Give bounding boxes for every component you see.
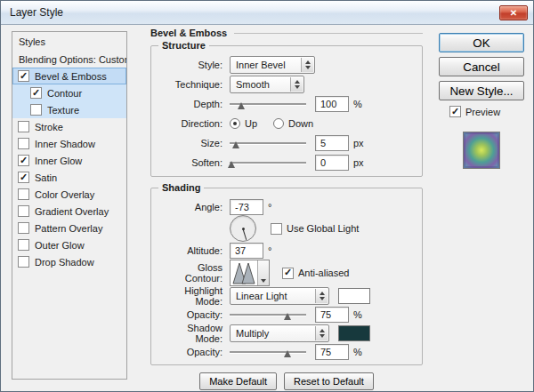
shadow-mode-row: Shadow Mode: Multiply: [160, 324, 415, 342]
style-row: Style: Inner Bevel: [160, 55, 415, 75]
soften-row: Soften: px: [160, 153, 415, 172]
slider-thumb[interactable]: [232, 141, 239, 148]
direction-label: Direction:: [160, 118, 222, 129]
sidebar-item-outer-glow[interactable]: Outer Glow: [12, 236, 126, 253]
contour-checkbox[interactable]: [30, 87, 42, 99]
sidebar-item-inner-glow[interactable]: Inner Glow: [12, 152, 126, 169]
direction-up-radio[interactable]: [230, 118, 240, 129]
angle-input[interactable]: [230, 199, 263, 215]
sidebar-item-label: Inner Glow: [35, 156, 82, 166]
texture-checkbox[interactable]: [30, 104, 42, 116]
soften-unit: px: [353, 157, 364, 168]
highlight-opacity-row: Opacity: %: [160, 305, 415, 324]
new-style-button[interactable]: New Style...: [439, 81, 524, 100]
styles-header: Styles: [12, 32, 126, 51]
sidebar-item-inner-shadow[interactable]: Inner Shadow: [12, 135, 126, 152]
preview-checkbox[interactable]: [449, 106, 461, 117]
shadow-opacity-input[interactable]: [315, 344, 349, 360]
sidebar-item-contour[interactable]: Contour: [12, 84, 126, 101]
cancel-button[interactable]: Cancel: [439, 57, 524, 76]
inner-glow-checkbox[interactable]: [18, 155, 29, 166]
sidebar-item-color-overlay[interactable]: Color Overlay: [12, 186, 126, 203]
sidebar-item-label: Satin: [35, 172, 57, 183]
reset-to-default-button[interactable]: Reset to Default: [284, 372, 374, 390]
sidebar-item-texture[interactable]: Texture: [12, 101, 126, 118]
structure-group: Structure Style: Inner Bevel Technique: …: [150, 45, 423, 177]
technique-select[interactable]: Smooth: [230, 76, 304, 93]
sidebar-item-label: Drop Shadow: [35, 257, 94, 268]
style-select[interactable]: Inner Bevel: [230, 56, 315, 74]
depth-slider[interactable]: [230, 98, 306, 110]
bevel-emboss-panel: Bevel & Emboss Structure Style: Inner Be…: [150, 26, 423, 390]
sidebar-item-label: Outer Glow: [35, 240, 85, 251]
direction-row: Direction: Up Down: [160, 114, 415, 133]
shadow-mode-select[interactable]: Multiply: [230, 324, 329, 342]
soften-slider[interactable]: [230, 156, 306, 169]
style-preview-thumbnail: [463, 132, 500, 169]
slider-thumb[interactable]: [284, 350, 291, 357]
contour-thumbnail-icon: [231, 260, 257, 285]
sidebar-item-label: Blending Options: Custom: [19, 54, 127, 65]
titlebar[interactable]: Layer Style ✕: [1, 1, 533, 25]
technique-row: Technique: Smooth: [160, 75, 415, 94]
preview-label: Preview: [465, 107, 500, 117]
altitude-input[interactable]: [230, 243, 263, 259]
depth-input[interactable]: [315, 96, 349, 112]
angle-unit: °: [268, 202, 271, 212]
satin-checkbox[interactable]: [18, 172, 29, 183]
stroke-checkbox[interactable]: [18, 121, 29, 132]
highlight-mode-row: Highlight Mode: Linear Light: [160, 286, 415, 305]
sidebar-item-label: Color Overlay: [35, 189, 94, 200]
slider-thumb[interactable]: [228, 161, 235, 168]
size-input[interactable]: [315, 135, 349, 151]
direction-down-radio[interactable]: [273, 118, 284, 129]
bevel-emboss-checkbox[interactable]: [18, 70, 29, 82]
outer-glow-checkbox[interactable]: [18, 239, 29, 251]
pattern-overlay-checkbox[interactable]: [18, 222, 29, 234]
highlight-color-swatch[interactable]: [338, 288, 370, 304]
drop-shadow-checkbox[interactable]: [18, 256, 29, 268]
shadow-color-swatch[interactable]: [338, 325, 370, 341]
inner-shadow-checkbox[interactable]: [18, 138, 29, 149]
highlight-opacity-input[interactable]: [315, 307, 349, 323]
anti-aliased-checkbox[interactable]: [282, 268, 294, 279]
gloss-contour-picker[interactable]: [230, 260, 270, 286]
slider-track: [230, 314, 306, 316]
sidebar-item-blending-options[interactable]: Blending Options: Custom: [12, 51, 126, 68]
sidebar-item-gradient-overlay[interactable]: Gradient Overlay: [12, 203, 126, 220]
slider-track: [230, 142, 306, 144]
size-slider[interactable]: [230, 137, 306, 149]
highlight-mode-select[interactable]: Linear Light: [230, 287, 329, 305]
highlight-mode-value: Linear Light: [236, 291, 287, 301]
use-global-light-checkbox[interactable]: [271, 223, 282, 235]
slider-thumb[interactable]: [238, 102, 245, 109]
sidebar-item-label: Inner Shadow: [35, 139, 95, 149]
highlight-opacity-slider[interactable]: [230, 308, 306, 321]
shadow-mode-label: Shadow Mode:: [160, 323, 222, 344]
gradient-overlay-checkbox[interactable]: [18, 205, 29, 217]
combo-arrows-icon: [290, 77, 303, 92]
size-unit: px: [353, 138, 364, 148]
depth-label: Depth:: [160, 99, 222, 109]
shadow-mode-value: Multiply: [236, 328, 269, 339]
sidebar-item-stroke[interactable]: Stroke: [12, 118, 126, 135]
close-button[interactable]: ✕: [499, 5, 528, 20]
styles-sidebar: Styles Blending Options: Custom Bevel & …: [12, 31, 127, 380]
sidebar-item-drop-shadow[interactable]: Drop Shadow: [12, 253, 126, 270]
ok-button[interactable]: OK: [439, 33, 524, 52]
angle-label: Angle:: [160, 202, 222, 212]
color-overlay-checkbox[interactable]: [18, 188, 29, 200]
sidebar-item-satin[interactable]: Satin: [12, 169, 126, 186]
window-title: Layer Style: [10, 6, 63, 19]
gloss-contour-label: Gloss Contour:: [160, 262, 222, 284]
soften-input[interactable]: [315, 155, 349, 171]
sidebar-item-pattern-overlay[interactable]: Pattern Overlay: [12, 220, 126, 236]
sidebar-item-label: Bevel & Emboss: [35, 71, 107, 82]
direction-up-label: Up: [245, 118, 257, 129]
angle-center-dot: [242, 228, 245, 230]
make-default-button[interactable]: Make Default: [199, 372, 277, 390]
shadow-opacity-slider[interactable]: [230, 346, 306, 358]
sidebar-item-bevel-emboss[interactable]: Bevel & Emboss: [12, 68, 126, 84]
angle-dial[interactable]: [230, 215, 256, 242]
slider-thumb[interactable]: [284, 313, 291, 320]
